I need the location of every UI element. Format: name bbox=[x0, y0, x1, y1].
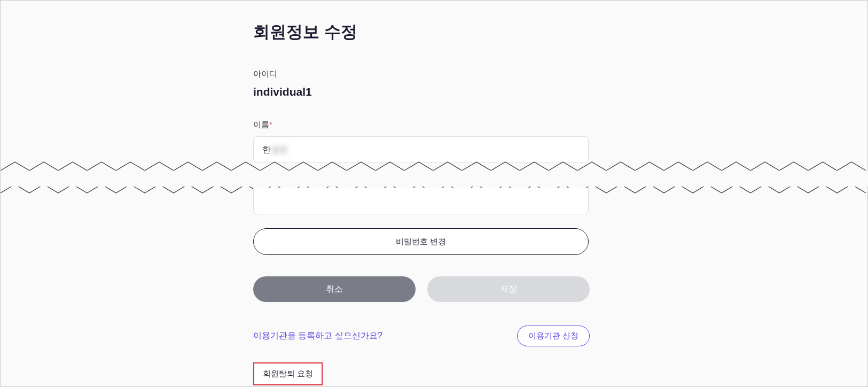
apply-org-button[interactable]: 이용기관 신청 bbox=[517, 326, 590, 346]
name-label-text: 이름 bbox=[253, 120, 269, 129]
cancel-button[interactable]: 취소 bbox=[253, 276, 416, 302]
org-row: 이용기관을 등록하고 싶으신가요? 이용기관 신청 bbox=[253, 326, 590, 346]
form-wrap: 회원정보 수정 아이디 individual1 이름* 한성민 bbox=[253, 1, 590, 163]
bottom-input-fragment[interactable] bbox=[253, 188, 589, 214]
name-input[interactable]: 한성민 bbox=[253, 136, 589, 163]
register-org-link[interactable]: 이용기관을 등록하고 싶으신가요? bbox=[253, 330, 382, 342]
lower-section: 비밀번호 변경 취소 저장 이용기관을 등록하고 싶으신가요? 이용기관 신청 … bbox=[253, 188, 590, 385]
name-label: 이름* bbox=[253, 120, 590, 130]
page-title: 회원정보 수정 bbox=[253, 21, 590, 43]
save-button[interactable]: 저장 bbox=[427, 276, 590, 302]
id-value: individual1 bbox=[253, 86, 590, 98]
change-password-button[interactable]: 비밀번호 변경 bbox=[253, 228, 589, 255]
required-mark: * bbox=[269, 120, 272, 129]
name-value-visible: 한 bbox=[262, 144, 271, 156]
name-value-obscured: 성민 bbox=[271, 144, 288, 156]
svg-rect-0 bbox=[1, 171, 868, 187]
withdraw-button[interactable]: 회원탈퇴 요청 bbox=[253, 362, 323, 385]
action-row: 취소 저장 bbox=[253, 276, 590, 302]
id-label: 아이디 bbox=[253, 69, 590, 79]
page-container: 회원정보 수정 아이디 individual1 이름* 한성민 비밀번호 변경 … bbox=[0, 0, 868, 387]
